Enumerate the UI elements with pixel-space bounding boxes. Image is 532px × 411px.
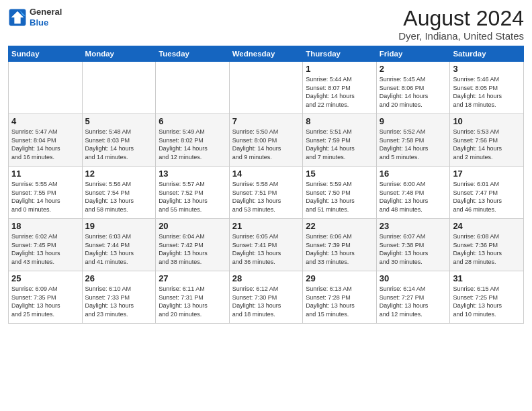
day-number: 28 — [232, 273, 300, 283]
calendar-cell: 9Sunrise: 5:52 AM Sunset: 7:58 PM Daylig… — [376, 114, 450, 167]
subtitle: Dyer, Indiana, United States — [398, 30, 524, 42]
day-number: 22 — [306, 221, 373, 231]
cell-content: Sunrise: 6:10 AM Sunset: 7:33 PM Dayligh… — [85, 285, 153, 318]
calendar-cell: 21Sunrise: 6:05 AM Sunset: 7:41 PM Dayli… — [229, 219, 303, 271]
logo-line2: Blue — [30, 17, 62, 28]
calendar-cell: 28Sunrise: 6:12 AM Sunset: 7:30 PM Dayli… — [229, 271, 303, 324]
day-number: 17 — [453, 169, 521, 179]
calendar-cell: 6Sunrise: 5:49 AM Sunset: 8:02 PM Daylig… — [156, 114, 230, 167]
day-number: 19 — [85, 221, 153, 231]
calendar-cell: 27Sunrise: 6:11 AM Sunset: 7:31 PM Dayli… — [156, 271, 230, 324]
calendar-cell: 25Sunrise: 6:09 AM Sunset: 7:35 PM Dayli… — [9, 271, 83, 324]
day-number: 9 — [380, 116, 447, 126]
cell-content: Sunrise: 5:46 AM Sunset: 8:05 PM Dayligh… — [453, 75, 521, 109]
day-header-thursday: Thursday — [303, 46, 377, 62]
day-number: 2 — [380, 64, 447, 74]
cell-content: Sunrise: 5:57 AM Sunset: 7:52 PM Dayligh… — [159, 180, 226, 214]
week-row-2: 4Sunrise: 5:47 AM Sunset: 8:04 PM Daylig… — [9, 114, 524, 167]
day-number: 18 — [11, 221, 79, 231]
cell-content: Sunrise: 6:00 AM Sunset: 7:48 PM Dayligh… — [380, 180, 447, 214]
day-number: 8 — [306, 116, 373, 126]
title-block: August 2024 Dyer, Indiana, United States — [398, 7, 524, 42]
cell-content: Sunrise: 6:05 AM Sunset: 7:41 PM Dayligh… — [232, 232, 300, 266]
week-row-4: 18Sunrise: 6:02 AM Sunset: 7:45 PM Dayli… — [9, 219, 524, 271]
calendar-cell — [156, 62, 230, 114]
calendar-cell: 18Sunrise: 6:02 AM Sunset: 7:45 PM Dayli… — [9, 219, 83, 271]
calendar-cell: 11Sunrise: 5:55 AM Sunset: 7:55 PM Dayli… — [9, 167, 83, 219]
day-number: 10 — [453, 116, 521, 126]
calendar-cell — [9, 62, 83, 114]
cell-content: Sunrise: 5:59 AM Sunset: 7:50 PM Dayligh… — [306, 180, 373, 214]
calendar-cell: 17Sunrise: 6:01 AM Sunset: 7:47 PM Dayli… — [450, 167, 524, 219]
calendar-cell: 29Sunrise: 6:13 AM Sunset: 7:28 PM Dayli… — [303, 271, 377, 324]
calendar-cell: 20Sunrise: 6:04 AM Sunset: 7:42 PM Dayli… — [156, 219, 230, 271]
cell-content: Sunrise: 6:07 AM Sunset: 7:38 PM Dayligh… — [380, 232, 447, 266]
cell-content: Sunrise: 6:12 AM Sunset: 7:30 PM Dayligh… — [232, 285, 300, 318]
cell-content: Sunrise: 5:53 AM Sunset: 7:56 PM Dayligh… — [453, 128, 521, 161]
day-number: 20 — [159, 221, 226, 231]
week-row-5: 25Sunrise: 6:09 AM Sunset: 7:35 PM Dayli… — [9, 271, 524, 324]
day-number: 24 — [453, 221, 521, 231]
calendar-cell: 2Sunrise: 5:45 AM Sunset: 8:06 PM Daylig… — [376, 62, 450, 114]
day-number: 6 — [159, 116, 226, 126]
cell-content: Sunrise: 6:11 AM Sunset: 7:31 PM Dayligh… — [159, 285, 226, 318]
page-container: General Blue August 2024 Dyer, Indiana, … — [0, 0, 532, 328]
day-number: 5 — [85, 116, 153, 126]
logo-icon — [8, 8, 27, 27]
calendar-cell: 4Sunrise: 5:47 AM Sunset: 8:04 PM Daylig… — [9, 114, 83, 167]
calendar-cell: 19Sunrise: 6:03 AM Sunset: 7:44 PM Dayli… — [82, 219, 156, 271]
cell-content: Sunrise: 5:50 AM Sunset: 8:00 PM Dayligh… — [232, 128, 300, 161]
day-header-saturday: Saturday — [450, 46, 524, 62]
day-number: 16 — [380, 169, 447, 179]
day-number: 29 — [306, 273, 373, 283]
calendar-cell — [82, 62, 156, 114]
calendar-cell: 14Sunrise: 5:58 AM Sunset: 7:51 PM Dayli… — [229, 167, 303, 219]
calendar-cell: 10Sunrise: 5:53 AM Sunset: 7:56 PM Dayli… — [450, 114, 524, 167]
header-row: SundayMondayTuesdayWednesdayThursdayFrid… — [9, 46, 524, 62]
cell-content: Sunrise: 5:58 AM Sunset: 7:51 PM Dayligh… — [232, 180, 300, 214]
main-title: August 2024 — [398, 7, 524, 30]
calendar-cell: 8Sunrise: 5:51 AM Sunset: 7:59 PM Daylig… — [303, 114, 377, 167]
week-row-1: 1Sunrise: 5:44 AM Sunset: 8:07 PM Daylig… — [9, 62, 524, 114]
calendar-cell: 30Sunrise: 6:14 AM Sunset: 7:27 PM Dayli… — [376, 271, 450, 324]
day-number: 26 — [85, 273, 153, 283]
day-header-friday: Friday — [376, 46, 450, 62]
cell-content: Sunrise: 6:06 AM Sunset: 7:39 PM Dayligh… — [306, 232, 373, 266]
cell-content: Sunrise: 6:03 AM Sunset: 7:44 PM Dayligh… — [85, 232, 153, 266]
day-number: 15 — [306, 169, 373, 179]
day-number: 25 — [11, 273, 79, 283]
day-number: 27 — [159, 273, 226, 283]
day-number: 13 — [159, 169, 226, 179]
cell-content: Sunrise: 5:55 AM Sunset: 7:55 PM Dayligh… — [11, 180, 79, 214]
calendar-cell: 23Sunrise: 6:07 AM Sunset: 7:38 PM Dayli… — [376, 219, 450, 271]
cell-content: Sunrise: 5:51 AM Sunset: 7:59 PM Dayligh… — [306, 128, 373, 161]
day-number: 3 — [453, 64, 521, 74]
calendar-table: SundayMondayTuesdayWednesdayThursdayFrid… — [8, 46, 524, 324]
day-number: 14 — [232, 169, 300, 179]
day-number: 30 — [380, 273, 447, 283]
day-number: 12 — [85, 169, 153, 179]
day-number: 7 — [232, 116, 300, 126]
cell-content: Sunrise: 6:01 AM Sunset: 7:47 PM Dayligh… — [453, 180, 521, 214]
cell-content: Sunrise: 5:47 AM Sunset: 8:04 PM Dayligh… — [11, 128, 79, 161]
calendar-cell: 1Sunrise: 5:44 AM Sunset: 8:07 PM Daylig… — [303, 62, 377, 114]
cell-content: Sunrise: 5:48 AM Sunset: 8:03 PM Dayligh… — [85, 128, 153, 161]
cell-content: Sunrise: 6:14 AM Sunset: 7:27 PM Dayligh… — [380, 285, 447, 318]
day-number: 4 — [11, 116, 79, 126]
calendar-cell: 7Sunrise: 5:50 AM Sunset: 8:00 PM Daylig… — [229, 114, 303, 167]
day-number: 21 — [232, 221, 300, 231]
header: General Blue August 2024 Dyer, Indiana, … — [8, 7, 524, 42]
calendar-cell: 24Sunrise: 6:08 AM Sunset: 7:36 PM Dayli… — [450, 219, 524, 271]
calendar-cell: 31Sunrise: 6:15 AM Sunset: 7:25 PM Dayli… — [450, 271, 524, 324]
cell-content: Sunrise: 6:15 AM Sunset: 7:25 PM Dayligh… — [453, 285, 521, 318]
calendar-cell: 22Sunrise: 6:06 AM Sunset: 7:39 PM Dayli… — [303, 219, 377, 271]
calendar-cell: 12Sunrise: 5:56 AM Sunset: 7:54 PM Dayli… — [82, 167, 156, 219]
day-number: 1 — [306, 64, 373, 74]
logo-line1: General — [30, 7, 62, 17]
calendar-cell: 15Sunrise: 5:59 AM Sunset: 7:50 PM Dayli… — [303, 167, 377, 219]
day-number: 23 — [380, 221, 447, 231]
calendar-cell: 26Sunrise: 6:10 AM Sunset: 7:33 PM Dayli… — [82, 271, 156, 324]
cell-content: Sunrise: 6:04 AM Sunset: 7:42 PM Dayligh… — [159, 232, 226, 266]
calendar-cell: 5Sunrise: 5:48 AM Sunset: 8:03 PM Daylig… — [82, 114, 156, 167]
week-row-3: 11Sunrise: 5:55 AM Sunset: 7:55 PM Dayli… — [9, 167, 524, 219]
